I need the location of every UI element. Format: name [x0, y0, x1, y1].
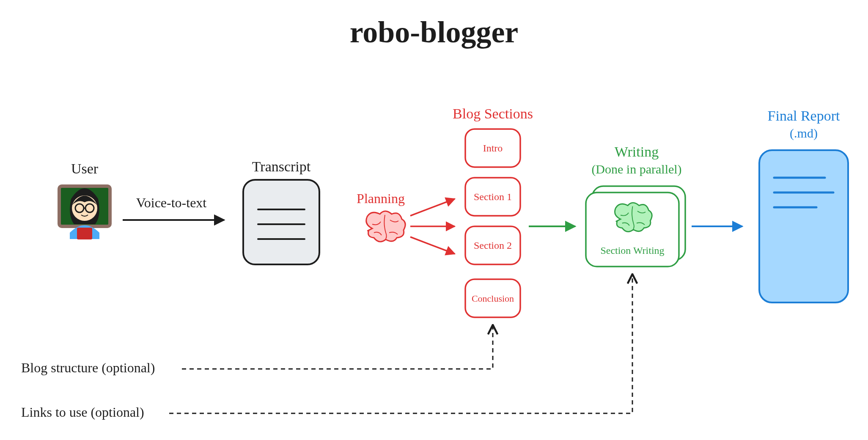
- links-to-use-optional-label: Links to use (optional): [21, 404, 144, 420]
- writing-label-2: (Done in parallel): [591, 162, 681, 176]
- section-1-text: Section 1: [474, 191, 512, 202]
- blog-sections-group: Intro Section 1 Section 2 Conclusion: [465, 129, 520, 317]
- section-writing-label: Section Writing: [600, 245, 664, 256]
- final-report-node: Final Report (.md): [759, 108, 848, 302]
- transcript-node: Transcript: [243, 159, 319, 264]
- document-icon: [759, 150, 848, 302]
- svg-line-12: [410, 237, 455, 254]
- user-node: User: [59, 161, 110, 239]
- section-1: Section 1: [465, 178, 520, 216]
- final-report-label-2: (.md): [790, 126, 818, 140]
- section-2: Section 2: [465, 226, 520, 264]
- planning-arrows: [410, 199, 455, 254]
- planning-node: Planning: [357, 191, 405, 242]
- section-intro-text: Intro: [483, 143, 503, 154]
- diagram-title: robo-blogger: [350, 15, 519, 49]
- planning-label: Planning: [357, 191, 405, 206]
- document-icon: [243, 180, 319, 264]
- voice-to-text-label: Voice-to-text: [136, 195, 207, 210]
- svg-rect-1: [77, 228, 92, 239]
- section-conclusion-text: Conclusion: [472, 293, 514, 304]
- transcript-label: Transcript: [252, 159, 311, 174]
- brain-icon: [366, 211, 405, 242]
- section-intro: Intro: [465, 129, 520, 167]
- user-label: User: [71, 161, 99, 176]
- user-avatar-icon: [59, 186, 110, 239]
- optional-inputs: Blog structure (optional) Links to use (…: [21, 275, 632, 420]
- blog-sections-label: Blog Sections: [453, 106, 533, 121]
- voice-to-text-arrow: Voice-to-text: [123, 195, 224, 220]
- section-conclusion: Conclusion: [465, 279, 520, 317]
- final-report-label-1: Final Report: [768, 108, 840, 124]
- diagram-canvas: robo-blogger User Voice-to-text: [0, 0, 868, 440]
- writing-label-1: Writing: [615, 144, 659, 160]
- svg-line-10: [410, 199, 455, 216]
- blog-structure-optional-label: Blog structure (optional): [21, 360, 155, 375]
- brain-icon: [615, 203, 652, 232]
- writing-node: Writing (Done in parallel) Section Writi…: [586, 144, 685, 267]
- section-2-text: Section 2: [474, 240, 512, 251]
